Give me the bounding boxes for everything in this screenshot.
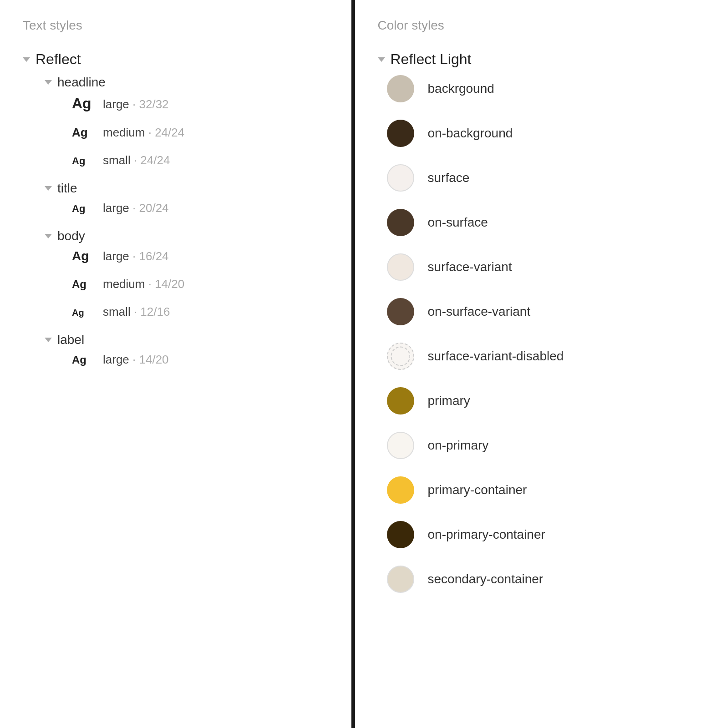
- color-name-label: backrgound: [428, 81, 494, 96]
- color-item: on-surface-variant: [387, 298, 684, 325]
- color-item: secondary-container: [387, 566, 684, 593]
- color-name-label: on-surface: [428, 215, 488, 230]
- headline-small-ag: Ag: [72, 155, 95, 167]
- label-chevron-icon[interactable]: [45, 338, 52, 342]
- body-chevron-icon[interactable]: [45, 234, 52, 238]
- label-label: label: [57, 333, 84, 347]
- label-header: label: [45, 333, 329, 347]
- reflect-chevron-icon[interactable]: [23, 57, 30, 62]
- color-styles-title: Color styles: [378, 18, 684, 33]
- color-swatch: [387, 432, 414, 459]
- headline-large-ag: Ag: [72, 95, 95, 112]
- headline-large-desc: large · 32/32: [103, 97, 169, 111]
- headline-subsection: headline Ag large · 32/32 Ag medium · 24…: [45, 75, 329, 167]
- title-subsection: title Ag large · 20/24: [45, 181, 329, 215]
- body-small-desc: small · 12/16: [103, 305, 170, 319]
- body-medium-item: Ag medium · 14/20: [72, 277, 329, 291]
- color-swatch: [387, 343, 414, 370]
- reflect-light-header: Reflect Light: [378, 51, 684, 68]
- color-item: backrgound: [387, 75, 684, 102]
- reflect-section-header: Reflect: [23, 51, 329, 68]
- reflect-light-chevron-icon[interactable]: [378, 57, 385, 62]
- color-swatch: [387, 566, 414, 593]
- title-label: title: [57, 181, 77, 196]
- headline-medium-desc: medium · 24/24: [103, 126, 184, 140]
- color-swatch: [387, 164, 414, 192]
- color-name-label: surface-variant-disabled: [428, 349, 564, 364]
- label-large-ag: Ag: [72, 354, 95, 366]
- color-swatch: [387, 298, 414, 325]
- color-item: on-primary: [387, 432, 684, 459]
- headline-small-item: Ag small · 24/24: [72, 153, 329, 167]
- body-label: body: [57, 229, 85, 243]
- color-name-label: on-surface-variant: [428, 304, 531, 319]
- color-item: on-background: [387, 120, 684, 147]
- color-item: on-surface: [387, 209, 684, 236]
- body-large-desc: large · 16/24: [103, 249, 169, 263]
- body-large-ag: Ag: [72, 249, 95, 263]
- text-styles-panel: Text styles Reflect headline Ag large · …: [0, 0, 355, 728]
- title-large-ag: Ag: [72, 203, 95, 215]
- color-swatch: [387, 387, 414, 415]
- headline-small-desc: small · 24/24: [103, 153, 170, 167]
- color-swatch: [387, 209, 414, 236]
- color-name-label: on-primary: [428, 438, 489, 453]
- title-large-item: Ag large · 20/24: [72, 201, 329, 215]
- label-subsection: label Ag large · 14/20: [45, 333, 329, 367]
- color-swatch: [387, 253, 414, 281]
- color-name-label: secondary-container: [428, 572, 543, 586]
- color-name-label: surface-variant: [428, 260, 512, 274]
- headline-header: headline: [45, 75, 329, 90]
- body-subsection: body Ag large · 16/24 Ag medium · 14/20 …: [45, 229, 329, 319]
- reflect-label: Reflect: [36, 51, 81, 68]
- color-item: primary: [387, 387, 684, 415]
- body-small-ag: Ag: [72, 308, 95, 318]
- color-item: surface-variant: [387, 253, 684, 281]
- title-header: title: [45, 181, 329, 196]
- headline-label: headline: [57, 75, 106, 90]
- color-item: surface-variant-disabled: [387, 343, 684, 370]
- body-small-item: Ag small · 12/16: [72, 305, 329, 319]
- color-name-label: primary: [428, 394, 470, 408]
- text-styles-title: Text styles: [23, 18, 329, 33]
- color-name-label: on-primary-container: [428, 527, 545, 542]
- title-chevron-icon[interactable]: [45, 186, 52, 191]
- color-swatch: [387, 476, 414, 504]
- reflect-section: Reflect headline Ag large · 32/32 Ag med…: [23, 51, 329, 367]
- body-large-item: Ag large · 16/24: [72, 249, 329, 263]
- color-name-label: on-background: [428, 126, 513, 141]
- body-header: body: [45, 229, 329, 243]
- color-styles-panel: Color styles Reflect Light backrgoundon-…: [355, 0, 706, 728]
- headline-medium-item: Ag medium · 24/24: [72, 126, 329, 140]
- headline-large-item: Ag large · 32/32: [72, 95, 329, 112]
- color-item: surface: [387, 164, 684, 192]
- color-item: primary-container: [387, 476, 684, 504]
- headline-medium-ag: Ag: [72, 126, 95, 140]
- title-large-desc: large · 20/24: [103, 201, 169, 215]
- color-swatch: [387, 75, 414, 102]
- label-large-desc: large · 14/20: [103, 353, 169, 367]
- body-medium-desc: medium · 14/20: [103, 277, 184, 291]
- reflect-light-section: Reflect Light backrgoundon-backgroundsur…: [378, 51, 684, 593]
- color-list: backrgoundon-backgroundsurfaceon-surface…: [378, 75, 684, 593]
- color-name-label: surface: [428, 171, 470, 185]
- color-name-label: primary-container: [428, 483, 527, 497]
- body-medium-ag: Ag: [72, 278, 95, 291]
- headline-chevron-icon[interactable]: [45, 80, 52, 85]
- label-large-item: Ag large · 14/20: [72, 353, 329, 367]
- color-swatch: [387, 120, 414, 147]
- color-item: on-primary-container: [387, 521, 684, 548]
- reflect-light-label: Reflect Light: [391, 51, 472, 68]
- color-swatch: [387, 521, 414, 548]
